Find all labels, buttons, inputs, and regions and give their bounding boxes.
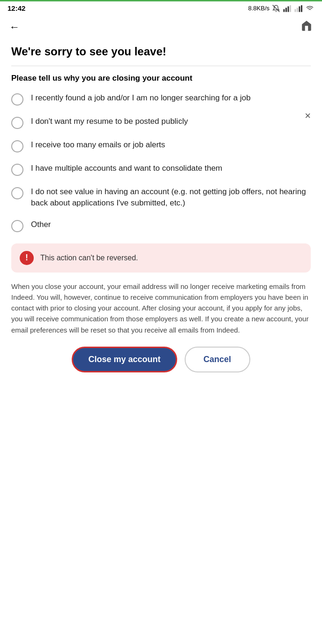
home-icon	[300, 20, 313, 32]
status-right: 8.8KB/s	[248, 5, 315, 12]
network-speed: 8.8KB/s	[248, 5, 270, 12]
radio-label-4: I have multiple accounts and want to con…	[31, 163, 222, 174]
radio-label-1: I recently found a job and/or I am no lo…	[31, 92, 251, 104]
cancel-button[interactable]: Cancel	[185, 347, 250, 372]
wifi-icon	[305, 5, 315, 12]
radio-options: I recently found a job and/or I am no lo…	[11, 92, 311, 232]
back-button[interactable]: ←	[9, 21, 20, 33]
radio-circle-5	[11, 187, 23, 199]
divider	[11, 66, 311, 66]
svg-rect-2	[285, 8, 287, 12]
status-time: 12:42	[7, 4, 25, 12]
warning-text: This action can't be reversed.	[40, 254, 138, 262]
svg-rect-8	[301, 5, 302, 12]
radio-option-6[interactable]: Other	[11, 219, 311, 232]
signal2-icon	[294, 5, 302, 12]
radio-option-3[interactable]: I receive too many emails or job alerts	[11, 139, 311, 152]
radio-circle-1	[11, 93, 23, 106]
warning-icon: !	[20, 251, 34, 265]
radio-label-6: Other	[31, 219, 51, 230]
svg-rect-3	[288, 6, 289, 12]
info-text: When you close your account, your email …	[11, 281, 311, 335]
radio-circle-6	[11, 220, 23, 232]
close-account-button[interactable]: Close my account	[72, 347, 177, 372]
home-button[interactable]	[300, 20, 313, 35]
svg-rect-4	[290, 5, 291, 12]
svg-rect-1	[284, 9, 285, 12]
warning-box: ! This action can't be reversed.	[11, 243, 311, 273]
main-content: We're sorry to see you leave! × Please t…	[0, 40, 322, 384]
radio-option-1[interactable]: I recently found a job and/or I am no lo…	[11, 92, 311, 106]
section-label: Please tell us why you are closing your …	[11, 74, 311, 83]
signal1-icon	[283, 5, 291, 12]
radio-circle-4	[11, 164, 23, 176]
radio-option-5[interactable]: I do not see value in having an account …	[11, 186, 311, 209]
svg-rect-6	[297, 8, 298, 12]
radio-label-5: I do not see value in having an account …	[31, 186, 311, 209]
radio-label-2: I don't want my resume to be posted publ…	[31, 116, 188, 127]
radio-circle-2	[11, 117, 23, 129]
button-row: Close my account Cancel	[11, 347, 311, 372]
radio-option-4[interactable]: I have multiple accounts and want to con…	[11, 163, 311, 176]
svg-rect-5	[295, 9, 296, 12]
status-bar: 12:42 8.8KB/s	[0, 1, 322, 14]
svg-rect-7	[299, 6, 300, 12]
radio-label-3: I receive too many emails or job alerts	[31, 139, 165, 151]
mute-icon	[272, 5, 280, 12]
svg-line-0	[273, 5, 280, 12]
radio-circle-3	[11, 140, 23, 152]
nav-bar: ←	[0, 14, 322, 40]
page-title: We're sorry to see you leave!	[11, 45, 311, 58]
close-icon[interactable]: ×	[305, 110, 311, 122]
radio-option-2[interactable]: I don't want my resume to be posted publ…	[11, 116, 311, 129]
